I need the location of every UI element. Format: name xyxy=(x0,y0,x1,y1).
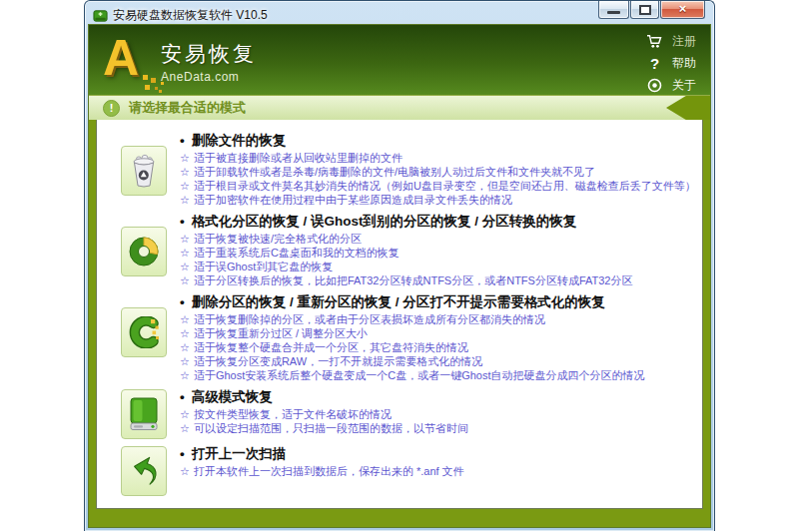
feature-text: 适于加密软件在使用过程中由于某些原因造成目录文件丢失的情况 xyxy=(194,194,512,206)
feature-text: 适于恢复删除掉的分区，或者由于分区表损坏造成所有分区都消失的情况 xyxy=(194,313,545,325)
star-icon: ☆ xyxy=(180,247,190,259)
brand-name: 安易恢复 xyxy=(161,40,257,68)
mode-feature-link[interactable]: ☆适于加密软件在使用过程中由于某些原因造成目录文件丢失的情况 xyxy=(180,193,696,207)
mode-deleted-partition: •删除分区的恢复 / 重新分区的恢复 / 分区打不开提示需要格式化的恢复 ☆适于… xyxy=(121,294,702,382)
register-link[interactable]: 注册 xyxy=(646,32,696,50)
mode-title: •高级模式恢复 xyxy=(180,389,468,405)
cart-icon xyxy=(646,34,663,49)
mode-feature-link[interactable]: ☆适于恢复整个硬盘合并成一个分区，其它盘符消失的情况 xyxy=(180,340,645,354)
pie-chart-icon[interactable] xyxy=(121,227,167,276)
star-icon: ☆ xyxy=(180,194,190,206)
mode-feature-link[interactable]: ☆适于恢复分区变成RAW，一打不开就提示需要格式化的情况 xyxy=(180,354,645,368)
brand-site: AneData.com xyxy=(161,70,257,84)
star-icon: ☆ xyxy=(180,152,190,164)
feature-text: 适于恢复整个硬盘合并成一个分区，其它盘符消失的情况 xyxy=(194,341,468,353)
mode-feature-link[interactable]: ☆按文件类型恢复，适于文件名破坏的情况 xyxy=(180,407,468,421)
banner-ribbon-arrow xyxy=(666,96,710,120)
feature-text: 适于误Ghost到其它盘的恢复 xyxy=(194,261,333,272)
feature-text: 适于分区转换后的恢复，比如把FAT32分区转成NTFS分区，或者NTFS分区转成… xyxy=(194,274,633,286)
mode-feature-link[interactable]: ☆适于恢复被快速/完全格式化的分区 xyxy=(180,232,633,246)
feature-text: 适于重装系统后C盘桌面和我的文档的恢复 xyxy=(194,247,400,259)
feature-text: 适于恢复重新分过区 / 调整分区大小 xyxy=(194,327,368,339)
mode-open-last-scan: •打开上一次扫描 ☆打开本软件上一次扫描到数据后，保存出来的 *.anf 文件 xyxy=(121,446,702,496)
mode-title: •格式化分区的恢复 / 误Ghost到别的分区的恢复 / 分区转换的恢复 xyxy=(180,214,633,230)
maximize-button[interactable] xyxy=(630,1,659,19)
about-icon xyxy=(646,78,663,93)
banner-title: 请选择最合适的模式 xyxy=(129,99,246,117)
window-title: 安易硬盘数据恢复软件 V10.5 xyxy=(113,7,268,24)
brand-logo: A 安易恢复 AneData.com xyxy=(103,29,257,87)
register-label: 注册 xyxy=(672,33,696,50)
recycle-bin-icon[interactable] xyxy=(121,146,167,196)
feature-text: 适于Ghost安装系统后整个硬盘变成一个C盘，或者一键Ghost自动把硬盘分成四… xyxy=(194,369,645,381)
mode-deleted-files: •删除文件的恢复 ☆适于被直接删除或者从回收站里删掉的文件☆适于卸载软件或者是杀… xyxy=(121,133,702,207)
feature-text: 适于被直接删除或者从回收站里删掉的文件 xyxy=(194,152,402,164)
feature-text: 按文件类型恢复，适于文件名破坏的情况 xyxy=(194,408,392,420)
help-label: 帮助 xyxy=(672,55,696,72)
partition-ring-icon[interactable] xyxy=(121,307,167,357)
mode-feature-link[interactable]: ☆适于重装系统后C盘桌面和我的文档的恢复 xyxy=(180,246,633,260)
feature-text: 可以设定扫描范围，只扫描一段范围的数据，以节省时间 xyxy=(194,422,468,434)
star-icon: ☆ xyxy=(180,313,190,325)
mode-feature-link[interactable]: ☆适于被直接删除或者从回收站里删掉的文件 xyxy=(180,151,696,165)
star-icon: ☆ xyxy=(180,465,190,477)
star-icon: ☆ xyxy=(180,355,190,367)
mode-feature-link[interactable]: ☆适于分区转换后的恢复，比如把FAT32分区转成NTFS分区，或者NTFS分区转… xyxy=(180,273,633,287)
window-body: A 安易恢复 AneData.com 注册 xyxy=(89,25,710,527)
mode-select-banner: ! 请选择最合适的模式 xyxy=(89,95,710,120)
modes-panel: •删除文件的恢复 ☆适于被直接删除或者从回收站里删掉的文件☆适于卸载软件或者是杀… xyxy=(96,120,703,509)
mode-feature-link[interactable]: ☆适于恢复删除掉的分区，或者由于分区表损坏造成所有分区都消失的情况 xyxy=(180,312,645,326)
star-icon: ☆ xyxy=(180,422,190,434)
hard-drive-icon[interactable] xyxy=(121,389,167,439)
window-controls: × xyxy=(598,1,705,19)
feature-text: 适于恢复被快速/完全格式化的分区 xyxy=(194,233,362,245)
feature-text: 适于恢复分区变成RAW，一打不开就提示需要格式化的情况 xyxy=(194,355,482,367)
app-header: A 安易恢复 AneData.com 注册 xyxy=(89,25,710,95)
star-icon: ☆ xyxy=(180,166,190,178)
feature-text: 适于根目录或文件莫名其妙消失的情况（例如U盘目录变空，但是空间还占用、磁盘检查后… xyxy=(194,180,696,192)
question-icon: ? xyxy=(646,55,663,72)
star-icon: ☆ xyxy=(180,408,190,420)
app-window: 安易硬盘数据恢复软件 V10.5 × A 安易恢复 AneData.com xyxy=(84,0,715,531)
mode-feature-link[interactable]: ☆可以设定扫描范围，只扫描一段范围的数据，以节省时间 xyxy=(180,421,468,435)
help-link[interactable]: ? 帮助 xyxy=(646,54,696,72)
minimize-button[interactable] xyxy=(598,1,629,19)
titlebar: 安易硬盘数据恢复软件 V10.5 × xyxy=(85,1,714,27)
mode-title: •打开上一次扫描 xyxy=(180,446,464,462)
mode-feature-link[interactable]: ☆打开本软件上一次扫描到数据后，保存出来的 *.anf 文件 xyxy=(180,464,464,478)
mode-advanced: •高级模式恢复 ☆按文件类型恢复，适于文件名破坏的情况☆可以设定扫描范围，只扫描… xyxy=(121,389,702,439)
mode-feature-link[interactable]: ☆适于Ghost安装系统后整个硬盘变成一个C盘，或者一键Ghost自动把硬盘分成… xyxy=(180,368,645,382)
about-label: 关于 xyxy=(672,77,696,94)
star-icon: ☆ xyxy=(180,274,190,286)
mode-feature-link[interactable]: ☆适于误Ghost到其它盘的恢复 xyxy=(180,260,633,273)
mode-feature-link[interactable]: ☆适于根目录或文件莫名其妙消失的情况（例如U盘目录变空，但是空间还占用、磁盘检查… xyxy=(180,179,696,193)
mode-title: •删除文件的恢复 xyxy=(180,133,696,149)
mode-feature-link[interactable]: ☆适于恢复重新分过区 / 调整分区大小 xyxy=(180,326,645,340)
star-icon: ☆ xyxy=(180,180,190,192)
feature-text: 打开本软件上一次扫描到数据后，保存出来的 *.anf 文件 xyxy=(194,465,464,477)
logo-pixels-decoration xyxy=(143,75,148,80)
star-icon: ☆ xyxy=(180,341,190,353)
feature-text: 适于卸载软件或者是杀毒/病毒删除的文件/电脑被别人动过后文件和文件夹就不见了 xyxy=(194,166,595,178)
mode-title: •删除分区的恢复 / 重新分区的恢复 / 分区打不开提示需要格式化的恢复 xyxy=(180,294,645,310)
header-links: 注册 ? 帮助 关于 xyxy=(646,32,696,94)
app-icon xyxy=(93,8,108,23)
mode-feature-link[interactable]: ☆适于卸载软件或者是杀毒/病毒删除的文件/电脑被别人动过后文件和文件夹就不见了 xyxy=(180,165,696,179)
exclamation-icon: ! xyxy=(103,100,120,117)
star-icon: ☆ xyxy=(180,327,190,339)
star-icon: ☆ xyxy=(180,369,190,381)
close-button[interactable]: × xyxy=(660,1,705,19)
about-link[interactable]: 关于 xyxy=(646,76,696,94)
star-icon: ☆ xyxy=(180,261,190,272)
back-arrow-icon[interactable] xyxy=(121,446,167,496)
mode-formatted-partition: •格式化分区的恢复 / 误Ghost到别的分区的恢复 / 分区转换的恢复 ☆适于… xyxy=(121,214,702,287)
logo-letter: A xyxy=(103,29,139,87)
star-icon: ☆ xyxy=(180,233,190,245)
